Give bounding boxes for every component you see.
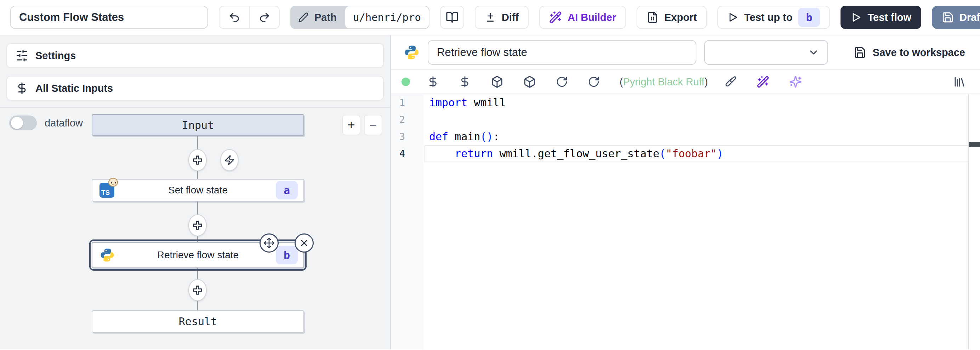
ai-builder-button[interactable]: AI Builder <box>539 6 626 29</box>
all-static-inputs-label: All Static Inputs <box>35 83 113 94</box>
add-step-button-3[interactable] <box>188 279 207 301</box>
docs-button[interactable] <box>440 6 464 29</box>
undo-button[interactable] <box>220 6 249 28</box>
close-icon <box>299 238 309 248</box>
rotate-icon-1[interactable] <box>556 76 568 88</box>
set-flow-state-label: Set flow state <box>168 185 228 196</box>
move-icon <box>263 237 275 249</box>
ai-builder-label: AI Builder <box>568 12 616 23</box>
add-trigger-button[interactable] <box>220 149 239 171</box>
undo-icon <box>228 11 240 23</box>
step-editor-header: Save to workspace <box>391 35 980 70</box>
code-assistants-label[interactable]: (Pyright Black Ruff) <box>620 76 708 88</box>
language-select[interactable] <box>704 40 828 65</box>
plus-cross-icon <box>192 155 203 166</box>
delete-step-button[interactable] <box>294 233 314 253</box>
path-button[interactable]: Path u/henri/pro <box>290 6 430 29</box>
path-label: Path <box>314 12 337 23</box>
all-static-inputs-card[interactable]: All Static Inputs <box>6 76 384 101</box>
redo-icon <box>258 11 270 23</box>
flow-title-input[interactable] <box>10 6 208 29</box>
step-id-badge-a: a <box>276 181 298 200</box>
dataflow-toggle[interactable] <box>9 115 37 130</box>
package-icon-1[interactable] <box>491 75 503 88</box>
add-step-button-2[interactable] <box>188 214 207 236</box>
export-button[interactable]: Export <box>636 6 707 29</box>
python-icon <box>100 247 115 263</box>
file-code-icon <box>646 11 659 23</box>
diff-button[interactable]: Diff <box>475 6 528 29</box>
history-buttons <box>219 6 280 29</box>
library-icon[interactable] <box>953 75 966 88</box>
save-icon <box>854 46 866 59</box>
ai-sparkles-icon[interactable] <box>789 75 802 88</box>
zap-icon <box>224 155 235 165</box>
test-up-to-button[interactable]: Test up to b <box>717 6 830 29</box>
sliders-icon <box>16 49 28 62</box>
typescript-icon-label: TS <box>101 189 110 197</box>
retrieve-flow-state-label: Retrieve flow state <box>157 249 239 261</box>
save-icon <box>942 11 954 23</box>
test-up-to-step-badge: b <box>798 8 820 27</box>
save-draft-button[interactable]: Draft S <box>932 6 980 29</box>
path-label-wrap: Path <box>290 12 345 23</box>
top-toolbar: Path u/henri/pro Diff AI Builder Export … <box>0 0 980 35</box>
step-id-badge-b: b <box>276 246 298 264</box>
flow-panel: Settings All Static Inputs dataflow + − … <box>0 35 391 349</box>
paintbrush-icon[interactable] <box>725 76 737 88</box>
plus-cross-icon <box>192 284 203 296</box>
status-dot <box>401 78 410 86</box>
zoom-in-button[interactable]: + <box>342 115 360 135</box>
draft-label: Draft <box>959 12 980 23</box>
move-step-button[interactable] <box>259 233 278 253</box>
test-flow-button[interactable]: Test flow <box>840 6 921 29</box>
flow-cards: Settings All Static Inputs <box>0 35 390 107</box>
rotate-icon-2[interactable] <box>588 76 600 88</box>
step-editor-panel: Save to workspace (Pyright Blac <box>391 35 980 349</box>
wand-sparkles-icon <box>549 11 562 24</box>
dollar-sign-icon-1[interactable] <box>427 76 439 88</box>
pencil-icon <box>298 12 309 23</box>
dollar-sign-icon-2[interactable] <box>459 76 471 88</box>
flow-node-set-flow-state[interactable]: TS Set flow state a <box>92 179 304 201</box>
play-icon <box>727 12 738 23</box>
python-icon <box>404 44 420 61</box>
typescript-bun-icon: TS <box>100 183 115 198</box>
flow-graph-canvas[interactable]: dataflow + − Input TS Set flow state a <box>0 107 390 349</box>
main-area: Settings All Static Inputs dataflow + − … <box>0 35 980 349</box>
bun-icon <box>108 178 118 187</box>
dataflow-toggle-wrap: dataflow <box>9 115 83 130</box>
step-name-input[interactable] <box>428 40 697 65</box>
flow-node-input[interactable]: Input <box>92 114 304 136</box>
overview-ruler-cursor-marker <box>969 142 980 147</box>
export-label: Export <box>664 12 697 23</box>
dollar-sign-icon <box>16 82 28 94</box>
flow-settings-label: Settings <box>35 50 76 62</box>
chevron-down-icon <box>808 46 819 58</box>
book-open-icon <box>446 11 458 24</box>
code-toolbar: (Pyright Black Ruff) <box>391 70 980 94</box>
diff-icon <box>485 12 496 23</box>
flow-settings-card[interactable]: Settings <box>6 43 384 68</box>
zoom-out-button[interactable]: − <box>364 115 382 135</box>
ai-wand-icon[interactable] <box>757 75 769 88</box>
plus-cross-icon <box>192 220 203 231</box>
test-up-to-label: Test up to <box>744 12 792 23</box>
diff-label: Diff <box>502 12 519 23</box>
redo-button[interactable] <box>249 6 279 28</box>
code-editor[interactable]: 1import wmill23def main():4 return wmill… <box>391 94 980 349</box>
add-step-button-1[interactable] <box>188 149 207 171</box>
path-value[interactable]: u/henri/pro <box>345 6 430 29</box>
package-icon-2[interactable] <box>523 75 536 88</box>
dataflow-label: dataflow <box>45 117 83 129</box>
save-to-workspace-label: Save to workspace <box>873 47 965 58</box>
overview-ruler-divider <box>968 94 969 349</box>
code-lines: 1import wmill23def main():4 return wmill… <box>391 94 968 162</box>
save-to-workspace-button[interactable]: Save to workspace <box>854 46 965 59</box>
test-flow-label: Test flow <box>867 12 911 23</box>
flow-node-result[interactable]: Result <box>92 310 304 332</box>
play-icon <box>850 12 862 23</box>
